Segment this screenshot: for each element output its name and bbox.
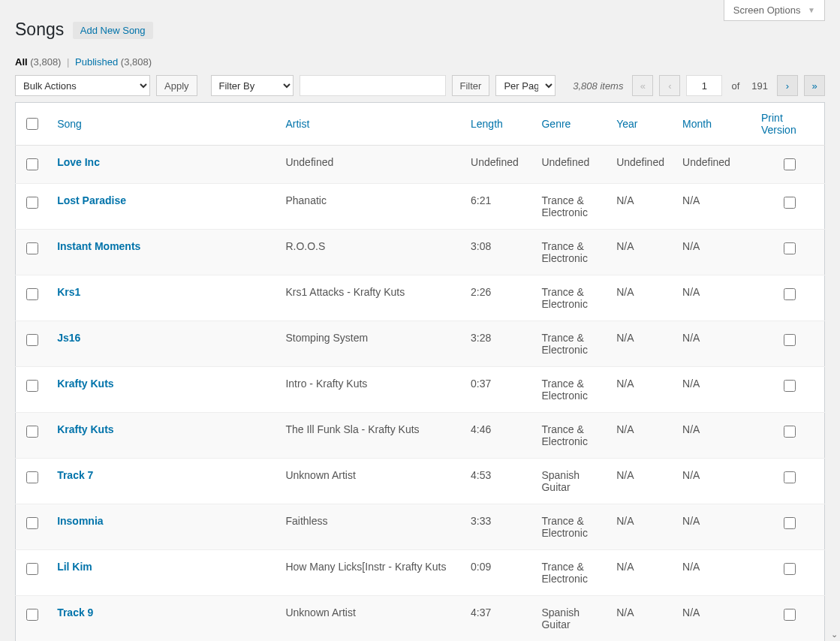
songs-table: Song Artist Length Genre Year Month Prin… — [15, 102, 825, 641]
print-checkbox[interactable] — [784, 609, 796, 621]
row-checkbox[interactable] — [26, 609, 38, 621]
filter-all-label[interactable]: All — [15, 56, 28, 68]
cell-length: 0:37 — [463, 367, 534, 413]
cell-length: 4:46 — [463, 413, 534, 459]
current-page-input[interactable] — [686, 75, 722, 96]
table-row: Track 7Unknown Artist4:53Spanish GuitarN… — [16, 459, 825, 504]
filter-published-count: (3,808) — [121, 56, 152, 68]
song-link[interactable]: Track 7 — [57, 469, 93, 481]
song-link[interactable]: Krafty Kuts — [57, 423, 113, 435]
filter-button[interactable]: Filter — [452, 75, 490, 96]
song-link[interactable]: Love Inc — [57, 156, 100, 168]
last-page-button[interactable]: » — [804, 75, 825, 96]
filter-separator: | — [67, 56, 69, 68]
table-row: Lil KimHow Many Licks[Instr - Krafty Kut… — [16, 550, 825, 596]
row-checkbox[interactable] — [26, 242, 38, 254]
song-link[interactable]: Krafty Kuts — [57, 378, 113, 390]
per-page-select[interactable]: Per Page — [495, 75, 555, 96]
cell-artist: Krs1 Attacks - Krafty Kuts — [278, 275, 463, 321]
cell-artist: Unknown Artist — [278, 459, 463, 504]
song-link[interactable]: Track 9 — [57, 606, 93, 618]
cell-year: N/A — [609, 459, 675, 504]
cell-length: 3:33 — [463, 504, 534, 550]
cell-length: 4:53 — [463, 459, 534, 504]
row-checkbox[interactable] — [26, 563, 38, 575]
items-count: 3,808 items — [573, 80, 623, 92]
print-checkbox[interactable] — [784, 158, 796, 170]
table-row: Krafty KutsThe Ill Funk Sla - Krafty Kut… — [16, 413, 825, 459]
col-header-length[interactable]: Length — [463, 103, 534, 146]
cell-month: N/A — [675, 413, 754, 459]
cell-artist: R.O.O.S — [278, 230, 463, 275]
row-checkbox[interactable] — [26, 158, 38, 170]
print-checkbox[interactable] — [784, 426, 796, 438]
cell-length: 0:09 — [463, 550, 534, 596]
cell-genre: Trance & Electronic — [534, 184, 609, 230]
row-checkbox[interactable] — [26, 197, 38, 209]
cell-month: N/A — [675, 459, 754, 504]
print-checkbox[interactable] — [784, 563, 796, 575]
cell-month: N/A — [675, 184, 754, 230]
cell-year: N/A — [609, 367, 675, 413]
cell-year: N/A — [609, 230, 675, 275]
cell-length: 4:37 — [463, 596, 534, 642]
bulk-actions-select[interactable]: Bulk Actions — [15, 75, 150, 96]
filter-by-select[interactable]: Filter By — [211, 75, 294, 96]
col-header-year[interactable]: Year — [609, 103, 675, 146]
cell-length: 3:28 — [463, 321, 534, 367]
chevron-down-icon: ▼ — [808, 6, 815, 14]
row-checkbox[interactable] — [26, 380, 38, 392]
first-page-button[interactable]: « — [632, 75, 653, 96]
print-checkbox[interactable] — [784, 242, 796, 254]
row-checkbox[interactable] — [26, 517, 38, 529]
col-header-month[interactable]: Month — [675, 103, 754, 146]
of-label: of — [731, 80, 739, 92]
col-header-artist[interactable]: Artist — [278, 103, 463, 146]
col-header-genre[interactable]: Genre — [534, 103, 609, 146]
scroll-down-icon[interactable]: ⌄ — [828, 627, 840, 641]
cell-artist: Faithless — [278, 504, 463, 550]
cell-artist: Stomping System — [278, 321, 463, 367]
cell-genre: Trance & Electronic — [534, 550, 609, 596]
cell-genre: Trance & Electronic — [534, 230, 609, 275]
cell-year: Undefined — [609, 146, 675, 184]
col-header-print[interactable]: Print Version — [754, 103, 825, 146]
next-page-button[interactable]: › — [777, 75, 798, 96]
song-link[interactable]: Instant Moments — [57, 240, 140, 252]
cell-year: N/A — [609, 321, 675, 367]
cell-artist: Phanatic — [278, 184, 463, 230]
col-header-song[interactable]: Song — [50, 103, 278, 146]
cell-genre: Trance & Electronic — [534, 321, 609, 367]
row-checkbox[interactable] — [26, 288, 38, 300]
screen-options-tab[interactable]: Screen Options ▼ — [724, 0, 825, 21]
cell-year: N/A — [609, 413, 675, 459]
song-link[interactable]: Lost Paradise — [57, 194, 126, 206]
table-row: Lost ParadisePhanatic6:21Trance & Electr… — [16, 184, 825, 230]
filter-text-input[interactable] — [300, 75, 446, 96]
prev-page-button[interactable]: ‹ — [659, 75, 680, 96]
cell-month: N/A — [675, 367, 754, 413]
cell-artist: How Many Licks[Instr - Krafty Kuts — [278, 550, 463, 596]
song-link[interactable]: Insomnia — [57, 515, 103, 527]
print-checkbox[interactable] — [784, 288, 796, 300]
print-checkbox[interactable] — [784, 380, 796, 392]
row-checkbox[interactable] — [26, 334, 38, 346]
filter-published-label[interactable]: Published — [75, 56, 118, 68]
print-checkbox[interactable] — [784, 334, 796, 346]
cell-month: Undefined — [675, 146, 754, 184]
print-checkbox[interactable] — [784, 517, 796, 529]
row-checkbox[interactable] — [26, 426, 38, 438]
print-checkbox[interactable] — [784, 471, 796, 483]
cell-genre: Trance & Electronic — [534, 275, 609, 321]
print-checkbox[interactable] — [784, 197, 796, 209]
row-checkbox[interactable] — [26, 471, 38, 483]
cell-length: 6:21 — [463, 184, 534, 230]
song-link[interactable]: Krs1 — [57, 286, 80, 298]
song-link[interactable]: Js16 — [57, 332, 80, 344]
select-all-checkbox[interactable] — [26, 118, 38, 130]
song-link[interactable]: Lil Kim — [57, 561, 92, 573]
apply-button[interactable]: Apply — [156, 75, 197, 96]
table-row: Js16Stomping System3:28Trance & Electron… — [16, 321, 825, 367]
add-new-button[interactable]: Add New Song — [73, 22, 153, 39]
cell-artist: The Ill Funk Sla - Krafty Kuts — [278, 413, 463, 459]
